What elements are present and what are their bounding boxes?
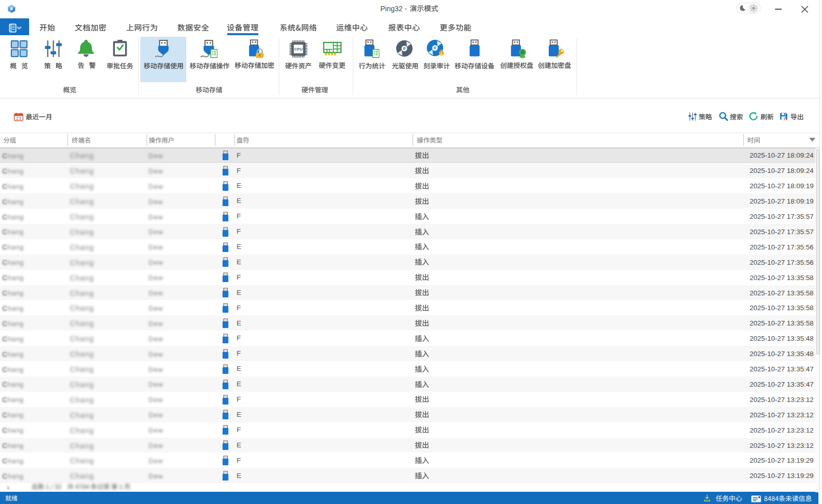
svg-text:CPU: CPU	[295, 47, 303, 52]
svg-text:23: 23	[16, 116, 21, 121]
